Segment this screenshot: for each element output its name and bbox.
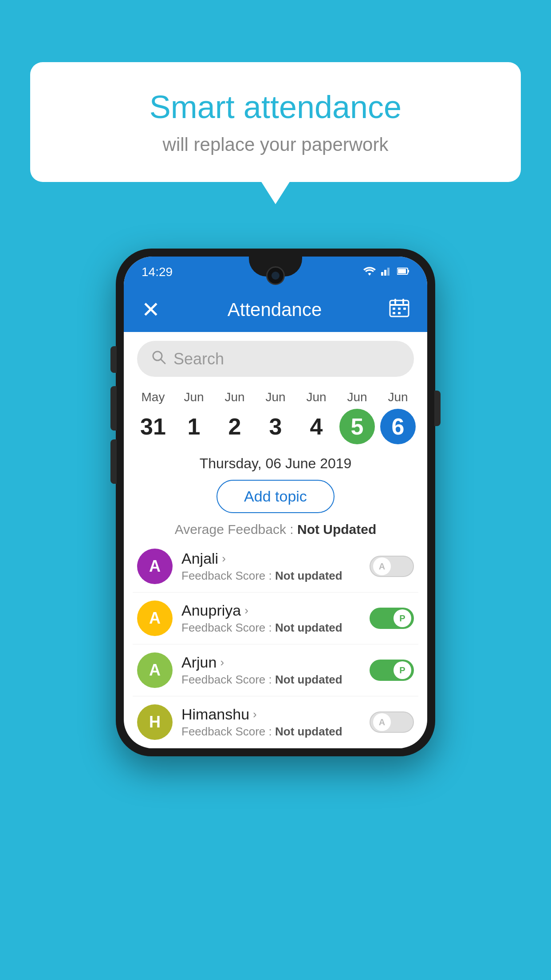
- student-feedback-value: Not updated: [275, 725, 342, 738]
- average-feedback: Average Feedback : Not Updated: [124, 517, 427, 541]
- day-number[interactable]: 2: [217, 409, 252, 444]
- calendar-date-col[interactable]: Jun1: [173, 390, 214, 444]
- student-name: Himanshu ›: [181, 706, 361, 723]
- search-input-placeholder: Search: [173, 350, 224, 368]
- student-feedback-value: Not updated: [275, 621, 342, 634]
- phone-mockup: 14:29: [116, 249, 435, 756]
- student-feedback-label: Feedback Score : Not updated: [181, 725, 361, 739]
- svg-line-16: [161, 359, 165, 364]
- svg-rect-14: [398, 312, 401, 314]
- status-time: 14:29: [142, 265, 173, 279]
- svg-rect-0: [381, 272, 383, 276]
- student-info: Anjali ›Feedback Score : Not updated: [181, 550, 361, 583]
- calendar-date-col[interactable]: May31: [133, 390, 173, 444]
- student-name: Anupriya ›: [181, 602, 361, 619]
- student-feedback-value: Not updated: [275, 673, 342, 686]
- close-icon[interactable]: ✕: [142, 297, 160, 323]
- chevron-right-icon: ›: [220, 656, 224, 669]
- app-bar-title: Attendance: [228, 299, 322, 320]
- student-list: AAnjali ›Feedback Score : Not updatedAAA…: [124, 541, 427, 748]
- student-avatar: A: [137, 652, 173, 688]
- speech-bubble-container: Smart attendance will replace your paper…: [30, 62, 521, 182]
- signal-icon: [381, 266, 392, 278]
- student-info: Himanshu ›Feedback Score : Not updated: [181, 706, 361, 739]
- day-number[interactable]: 4: [299, 409, 334, 444]
- calendar-icon[interactable]: [389, 298, 409, 322]
- toggle-knob: A: [373, 713, 391, 731]
- calendar-date-col[interactable]: Jun6: [378, 390, 418, 444]
- student-item[interactable]: AArjun ›Feedback Score : Not updatedP: [133, 644, 418, 696]
- student-feedback-label: Feedback Score : Not updated: [181, 569, 361, 583]
- speech-bubble: Smart attendance will replace your paper…: [30, 62, 521, 182]
- svg-rect-5: [408, 270, 409, 273]
- month-label: Jun: [224, 390, 244, 404]
- student-name: Arjun ›: [181, 654, 361, 671]
- svg-rect-4: [398, 269, 406, 273]
- app-bar: ✕ Attendance: [124, 288, 427, 332]
- student-avatar: A: [137, 549, 173, 584]
- student-avatar: H: [137, 704, 173, 740]
- student-feedback-label: Feedback Score : Not updated: [181, 621, 361, 635]
- search-icon: [150, 349, 166, 369]
- phone-screen: 14:29: [124, 257, 427, 748]
- chevron-right-icon: ›: [253, 707, 257, 721]
- svg-rect-12: [403, 308, 406, 310]
- student-name: Anjali ›: [181, 550, 361, 567]
- svg-rect-13: [393, 312, 395, 314]
- day-number[interactable]: 6: [380, 409, 416, 444]
- svg-rect-11: [398, 308, 401, 310]
- attendance-toggle[interactable]: P: [370, 608, 414, 629]
- student-feedback-label: Feedback Score : Not updated: [181, 673, 361, 687]
- day-number[interactable]: 5: [339, 409, 375, 444]
- month-label: Jun: [306, 390, 326, 404]
- toggle-knob: P: [394, 609, 411, 627]
- calendar-date-col[interactable]: Jun2: [214, 390, 255, 444]
- svg-rect-2: [387, 268, 390, 276]
- toggle-knob: A: [373, 557, 391, 575]
- chevron-right-icon: ›: [244, 604, 248, 617]
- volume-up-button: [110, 346, 117, 373]
- silent-button: [110, 439, 117, 484]
- avg-feedback-label: Average Feedback :: [175, 522, 297, 537]
- svg-rect-1: [384, 270, 386, 276]
- student-item[interactable]: HHimanshu ›Feedback Score : Not updatedA: [133, 696, 418, 748]
- month-label: Jun: [265, 390, 285, 404]
- svg-rect-8: [394, 299, 396, 304]
- month-label: Jun: [347, 390, 367, 404]
- front-camera: [266, 266, 285, 285]
- student-feedback-value: Not updated: [275, 569, 342, 582]
- attendance-toggle[interactable]: A: [370, 556, 414, 577]
- bubble-subtitle: will replace your paperwork: [66, 134, 485, 155]
- add-topic-button[interactable]: Add topic: [216, 480, 335, 513]
- student-info: Anupriya ›Feedback Score : Not updated: [181, 602, 361, 635]
- volume-down-button: [110, 386, 117, 431]
- phone-outer: 14:29: [116, 249, 435, 756]
- day-number[interactable]: 31: [135, 409, 171, 444]
- calendar-date-col[interactable]: Jun3: [255, 390, 296, 444]
- status-icons: [363, 266, 409, 278]
- selected-date-label: Thursday, 06 June 2019: [124, 449, 427, 476]
- toggle-knob: P: [394, 661, 411, 679]
- student-item[interactable]: AAnupriya ›Feedback Score : Not updatedP: [133, 593, 418, 644]
- month-label: Jun: [184, 390, 204, 404]
- month-label: May: [142, 390, 165, 404]
- day-number[interactable]: 3: [258, 409, 293, 444]
- student-item[interactable]: AAnjali ›Feedback Score : Not updatedA: [133, 541, 418, 593]
- svg-rect-9: [402, 299, 404, 304]
- wifi-icon: [363, 266, 376, 278]
- svg-rect-10: [393, 308, 395, 310]
- svg-rect-7: [390, 304, 409, 306]
- calendar-strip: May31Jun1Jun2Jun3Jun4Jun5Jun6: [124, 386, 427, 449]
- attendance-toggle[interactable]: A: [370, 711, 414, 733]
- student-avatar: A: [137, 601, 173, 636]
- bubble-title: Smart attendance: [66, 89, 485, 125]
- calendar-date-col[interactable]: Jun5: [337, 390, 378, 444]
- day-number[interactable]: 1: [176, 409, 212, 444]
- student-info: Arjun ›Feedback Score : Not updated: [181, 654, 361, 687]
- avg-feedback-value: Not Updated: [297, 522, 376, 537]
- month-label: Jun: [388, 390, 408, 404]
- chevron-right-icon: ›: [222, 552, 226, 565]
- search-bar[interactable]: Search: [137, 341, 414, 377]
- attendance-toggle[interactable]: P: [370, 660, 414, 681]
- calendar-date-col[interactable]: Jun4: [296, 390, 337, 444]
